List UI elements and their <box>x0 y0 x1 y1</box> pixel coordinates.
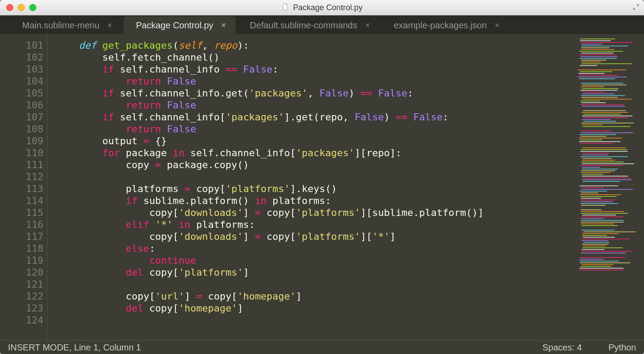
tab-default-sublime-commands[interactable]: Default.sublime-commands× <box>237 16 380 34</box>
line-number: 120 <box>0 266 43 278</box>
code-line: else: <box>55 242 574 254</box>
tab-close-icon[interactable]: × <box>365 21 370 30</box>
code-line: output = {} <box>55 135 574 147</box>
code-line: if self.channel_info.get('packages', Fal… <box>55 87 574 99</box>
zoom-window-button[interactable] <box>29 4 36 11</box>
code-line: return False <box>55 123 574 135</box>
status-indentation[interactable]: Spaces: 4 <box>543 342 582 353</box>
code-line: def get_packages(self, repo): <box>55 39 574 51</box>
code-line: self.fetch_channel() <box>55 51 574 63</box>
close-window-button[interactable] <box>6 4 13 11</box>
line-number: 122 <box>0 290 43 302</box>
line-number: 107 <box>0 111 43 123</box>
minimap-block <box>576 83 642 107</box>
tab-label: Main.sublime-menu <box>22 20 100 31</box>
code-content[interactable]: def get_packages(self, repo): self.fetch… <box>47 34 574 340</box>
line-number-gutter: 1011021031041051061071081091101111121131… <box>0 34 47 340</box>
status-mode-position: INSERT MODE, Line 1, Column 1 <box>8 342 141 353</box>
code-line <box>55 278 574 290</box>
line-number: 109 <box>0 135 43 147</box>
status-bar: INSERT MODE, Line 1, Column 1 Spaces: 4 … <box>0 340 644 354</box>
line-number: 116 <box>0 219 43 231</box>
minimap-block <box>576 147 642 182</box>
line-number: 111 <box>0 159 43 171</box>
line-number: 112 <box>0 171 43 183</box>
code-line: del copy['platforms'] <box>55 266 574 278</box>
editor-area: 1011021031041051061071081091101111121131… <box>0 34 644 340</box>
line-number: 118 <box>0 242 43 254</box>
minimize-window-button[interactable] <box>18 4 25 11</box>
code-line: copy['downloads'] = copy['platforms']['*… <box>55 231 574 242</box>
tab-bar: Main.sublime-menu×Package Control.py×Def… <box>0 15 644 34</box>
code-line: elif '*' in platforms: <box>55 219 574 231</box>
document-icon <box>281 3 289 13</box>
code-line: if self.channel_info == False: <box>55 63 574 75</box>
minimap-block <box>576 38 642 66</box>
code-line: copy['downloads'] = copy['platforms'][su… <box>55 207 574 219</box>
traffic-lights <box>6 4 36 11</box>
minimap-block <box>576 110 642 127</box>
tab-example-packages-json[interactable]: example-packages.json× <box>381 16 509 34</box>
line-number: 121 <box>0 278 43 290</box>
window-title: Package Control.py <box>0 3 644 13</box>
tab-label: Default.sublime-commands <box>250 20 357 31</box>
minimap-block <box>576 69 642 79</box>
code-line <box>55 171 574 183</box>
code-line: copy['url'] = copy['homepage'] <box>55 290 574 302</box>
line-number: 106 <box>0 99 43 111</box>
minimap-block <box>576 209 642 226</box>
minimap-block <box>576 230 642 254</box>
tab-label: example-packages.json <box>394 20 487 31</box>
editor-window: Package Control.py Main.sublime-menu×Pac… <box>0 0 644 354</box>
tab-close-icon[interactable]: × <box>221 21 226 30</box>
line-number: 119 <box>0 254 43 266</box>
line-number: 115 <box>0 207 43 219</box>
window-title-text: Package Control.py <box>293 3 362 12</box>
titlebar: Package Control.py <box>0 0 644 15</box>
line-number: 110 <box>0 147 43 159</box>
line-number: 124 <box>0 314 43 326</box>
line-number: 104 <box>0 75 43 87</box>
minimap[interactable] <box>574 34 644 340</box>
line-number: 114 <box>0 195 43 207</box>
tab-close-icon[interactable]: × <box>495 21 500 30</box>
code-line: if sublime.platform() in platforms: <box>55 195 574 207</box>
fullscreen-button[interactable] <box>632 4 640 11</box>
code-line: return False <box>55 99 574 111</box>
minimap-block <box>576 131 642 144</box>
status-language[interactable]: Python <box>609 342 636 353</box>
tab-main-sublime-menu[interactable]: Main.sublime-menu× <box>10 16 122 34</box>
code-line: for package in self.channel_info['packag… <box>55 147 574 159</box>
code-line <box>55 314 574 326</box>
line-number: 113 <box>0 183 43 195</box>
code-line: copy = package.copy() <box>55 159 574 171</box>
minimap-block <box>576 185 642 206</box>
code-line: if self.channel_info['packages'].get(rep… <box>55 111 574 123</box>
code-line: return False <box>55 75 574 87</box>
minimap-block <box>576 257 642 270</box>
code-line: del copy['homepage'] <box>55 302 574 314</box>
line-number: 103 <box>0 63 43 75</box>
line-number: 123 <box>0 302 43 314</box>
line-number: 101 <box>0 39 43 51</box>
code-line: continue <box>55 254 574 266</box>
tab-label: Package Control.py <box>136 20 213 31</box>
code-line: platforms = copy['platforms'].keys() <box>55 183 574 195</box>
tab-close-icon[interactable]: × <box>108 21 113 30</box>
tab-package-control-py[interactable]: Package Control.py× <box>124 16 236 34</box>
line-number: 105 <box>0 87 43 99</box>
line-number: 108 <box>0 123 43 135</box>
line-number: 102 <box>0 51 43 63</box>
line-number: 117 <box>0 231 43 242</box>
